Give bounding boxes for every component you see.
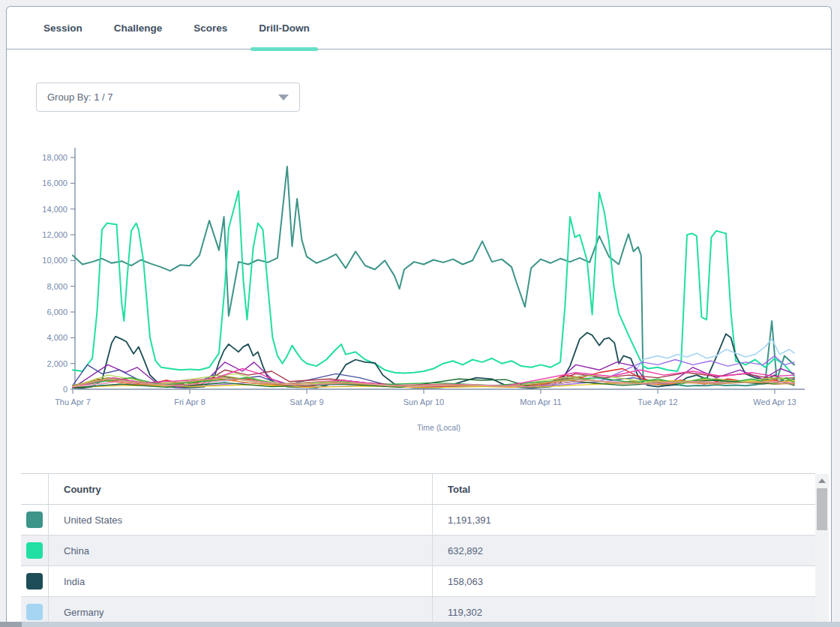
- y-tick-label: 10,000: [42, 256, 68, 265]
- y-tick-label: 0: [63, 385, 68, 394]
- y-tick-label: 12,000: [42, 230, 68, 239]
- tab-label: Session: [44, 22, 82, 34]
- drilldown-line-chart[interactable]: 02,0004,0006,0008,00010,00012,00014,0001…: [0, 139, 840, 454]
- series-line-india[interactable]: [73, 333, 794, 388]
- total-cell: 632,892: [432, 536, 815, 566]
- table-vertical-scrollbar[interactable]: [815, 474, 829, 622]
- country-cell: India: [48, 566, 432, 596]
- x-tick-label: Fri Apr 8: [174, 398, 206, 406]
- tab-drill-down[interactable]: Drill-Down: [243, 7, 326, 49]
- header-swatch-cell: [21, 474, 48, 504]
- x-tick-label: Mon Apr 11: [520, 398, 561, 406]
- header-country: Country: [48, 474, 432, 504]
- tab-label: Drill-Down: [259, 22, 310, 34]
- active-tab-underline: [250, 47, 318, 51]
- series-line-china[interactable]: [73, 191, 794, 376]
- swatch-cell: [21, 566, 48, 596]
- x-tick-label: Tue Apr 12: [638, 398, 677, 406]
- series-color-swatch: [26, 512, 43, 528]
- tab-label: Challenge: [114, 22, 163, 34]
- tab-scores[interactable]: Scores: [178, 7, 243, 49]
- x-tick-label: Sat Apr 9: [290, 398, 323, 406]
- y-tick-label: 16,000: [42, 178, 68, 188]
- page-horizontal-scrollbar[interactable]: [0, 622, 840, 627]
- total-cell: 1,191,391: [432, 505, 815, 535]
- tab-session[interactable]: Session: [28, 7, 98, 49]
- total-cell: 158,063: [432, 566, 815, 596]
- header-total: Total: [432, 474, 815, 504]
- series-color-swatch: [26, 573, 43, 590]
- x-tick-label: Wed Apr 13: [753, 398, 796, 406]
- y-tick-label: 4,000: [46, 333, 68, 342]
- group-by-value: Group By: 1 / 7: [47, 92, 112, 103]
- group-by-dropdown[interactable]: Group By: 1 / 7: [36, 82, 300, 112]
- tab-challenge[interactable]: Challenge: [98, 7, 178, 49]
- table-header-row: Country Total: [21, 473, 815, 505]
- x-tick-label: Sun Apr 10: [404, 398, 444, 406]
- swatch-cell: [21, 536, 48, 566]
- country-cell: China: [48, 536, 432, 566]
- table-row[interactable]: India158,063: [21, 566, 815, 597]
- scroll-up-icon[interactable]: [818, 478, 826, 483]
- horizontal-scrollbar-thumb[interactable]: [0, 622, 22, 627]
- country-totals-table: Country Total United States1,191,391Chin…: [21, 473, 815, 627]
- y-tick-label: 2,000: [46, 359, 68, 368]
- x-tick-label: Thu Apr 7: [55, 398, 91, 406]
- y-tick-label: 8,000: [46, 282, 68, 291]
- x-axis-title: Time (Local): [417, 423, 460, 432]
- vertical-scrollbar-thumb[interactable]: [817, 488, 827, 530]
- y-tick-label: 14,000: [42, 205, 68, 214]
- tab-bar: SessionChallengeScoresDrill-Down: [7, 7, 831, 50]
- tab-label: Scores: [194, 22, 227, 34]
- chevron-down-icon: [278, 94, 289, 100]
- series-color-swatch: [26, 604, 43, 620]
- series-color-swatch: [26, 542, 43, 559]
- country-cell: United States: [48, 505, 432, 535]
- y-tick-label: 18,000: [42, 153, 68, 162]
- table-row[interactable]: United States1,191,391: [21, 505, 815, 536]
- swatch-cell: [21, 505, 48, 535]
- y-tick-label: 6,000: [46, 308, 68, 316]
- table-row[interactable]: China632,892: [21, 536, 815, 566]
- series-line-united-states[interactable]: [73, 166, 794, 386]
